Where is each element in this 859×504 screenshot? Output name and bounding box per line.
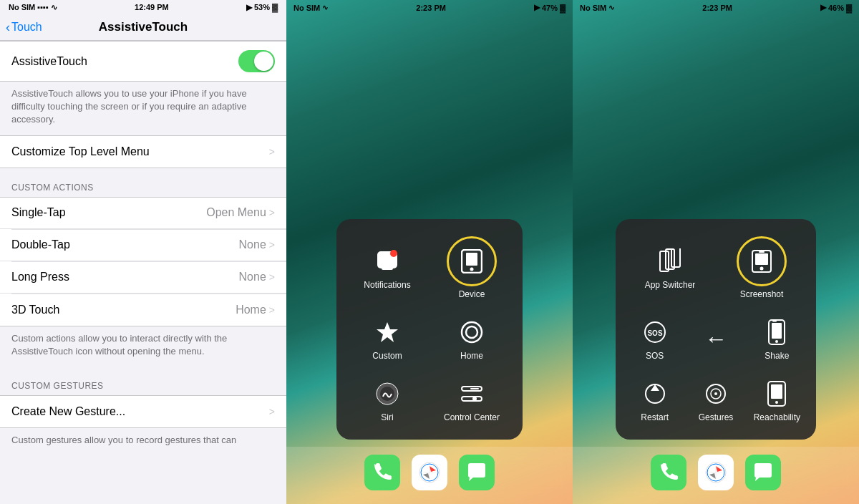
at-item-back[interactable]: ←	[688, 311, 743, 367]
svg-rect-21	[660, 251, 669, 271]
svg-rect-22	[666, 249, 674, 269]
chevron-right-icon: >	[269, 207, 275, 218]
at-item-controlcenter[interactable]: Control Center	[432, 372, 511, 428]
screenshot-highlight	[737, 236, 787, 286]
at-item-custom[interactable]: Custom	[348, 311, 427, 367]
phone1-time: 2:23 PM	[416, 4, 446, 12]
3d-touch-row[interactable]: 3D Touch Home >	[0, 294, 286, 326]
at-item-shake[interactable]: Shake	[749, 311, 805, 367]
controlcenter-icon	[456, 378, 487, 410]
svg-marker-6	[377, 322, 398, 342]
dock-phone-icon[interactable]	[364, 455, 400, 490]
single-tap-value: Open Menu >	[206, 206, 275, 219]
double-tap-row[interactable]: Double-Tap None >	[0, 230, 286, 261]
gestures-label: Gestures	[699, 412, 734, 422]
at-item-restart[interactable]: Restart	[627, 372, 682, 428]
long-press-value: None >	[239, 271, 275, 284]
svg-point-10	[380, 387, 394, 401]
at-item-device[interactable]: Device	[432, 231, 511, 305]
phone2-wifi-icon: ∿	[608, 4, 614, 11]
shake-icon	[761, 316, 792, 348]
create-gesture-label: Create New Gesture...	[11, 405, 125, 418]
at-item-reachability[interactable]: Reachability	[749, 372, 805, 428]
screenshot-icon	[746, 246, 777, 277]
phone1-dock	[286, 447, 573, 504]
svg-point-14	[472, 397, 477, 401]
battery-icon: ▓	[272, 3, 278, 11]
signal-icon: ▪▪▪▪	[37, 3, 49, 11]
double-tap-label: Double-Tap	[11, 238, 70, 251]
dock-messages-icon[interactable]	[459, 455, 495, 490]
back-button[interactable]: ‹ Touch	[6, 20, 42, 35]
phone2-location-icon: ▶	[820, 3, 826, 12]
phone2-time: 2:23 PM	[702, 4, 732, 12]
at-item-appswitcher[interactable]: App Switcher	[627, 231, 713, 305]
at-menu-2: App Switcher Screenshot	[616, 219, 816, 440]
top-level-menu-row[interactable]: Customize Top Level Menu >	[0, 136, 286, 168]
at-item-sos[interactable]: SOS SOS	[627, 311, 682, 367]
3d-touch-label: 3D Touch	[11, 304, 59, 316]
at-item-siri[interactable]: Siri	[348, 372, 427, 428]
restart-label: Restart	[641, 412, 669, 422]
long-press-label: Long Press	[11, 271, 69, 284]
svg-rect-25	[755, 253, 768, 265]
at-item-gestures[interactable]: Gestures	[688, 372, 743, 428]
svg-point-26	[760, 267, 764, 271]
top-level-menu-section: Customize Top Level Menu >	[0, 135, 286, 168]
custom-label: Custom	[372, 351, 402, 361]
phone2-dock-messages-icon[interactable]	[745, 455, 781, 490]
svg-rect-31	[772, 323, 782, 339]
svg-point-2	[390, 250, 397, 257]
appswitcher-label: App Switcher	[645, 280, 696, 290]
settings-content: AssistiveTouch AssistiveTouch allows you…	[0, 41, 286, 504]
svg-point-38	[714, 392, 717, 395]
custom-icon	[372, 316, 403, 348]
dock-safari-icon[interactable]	[412, 455, 447, 490]
svg-point-41	[775, 401, 778, 404]
chevron-right-icon: >	[269, 239, 275, 251]
status-bar: No SIM ▪▪▪▪ ∿ 12:49 PM ▶ 53% ▓	[0, 0, 286, 14]
phone2-dock-phone-icon[interactable]	[651, 455, 686, 490]
wifi-icon: ∿	[51, 3, 57, 12]
custom-gestures-section: Create New Gesture... >	[0, 395, 286, 428]
custom-actions-description: Custom actions allow you to interact dir…	[0, 326, 286, 367]
svg-rect-40	[771, 384, 782, 399]
chevron-right-icon: >	[269, 271, 275, 283]
nav-bar: ‹ Touch AssistiveTouch	[0, 14, 286, 41]
reachability-label: Reachability	[754, 412, 800, 422]
toggle-section: AssistiveTouch	[0, 41, 286, 82]
single-tap-row[interactable]: Single-Tap Open Menu >	[0, 198, 286, 229]
phone2-status-bar: No SIM ∿ 2:23 PM ▶ 46% ▓	[573, 0, 859, 15]
phone1-location-icon: ▶	[534, 3, 540, 12]
3d-touch-value: Home >	[236, 304, 275, 316]
double-tap-value: None >	[239, 238, 275, 251]
phone2-dock	[573, 447, 859, 504]
page-title: AssistiveTouch	[99, 20, 188, 34]
notifications-label: Notifications	[364, 280, 410, 290]
siri-label: Siri	[381, 412, 393, 422]
at-item-screenshot[interactable]: Screenshot	[719, 231, 805, 305]
home-icon	[456, 316, 487, 348]
svg-rect-12	[470, 388, 479, 389]
at-item-home[interactable]: Home	[432, 311, 511, 367]
create-gesture-row[interactable]: Create New Gesture... >	[0, 396, 286, 427]
svg-rect-5	[466, 253, 477, 266]
appswitcher-icon	[654, 246, 686, 277]
svg-point-4	[470, 268, 474, 271]
phone2-dock-safari-icon[interactable]	[698, 455, 734, 490]
create-gesture-chevron: >	[269, 406, 275, 417]
svg-rect-1	[382, 266, 393, 270]
phone1-wifi-icon: ∿	[322, 4, 328, 11]
phone2-battery-icon: ▓	[846, 4, 852, 12]
assistivetouch-toggle[interactable]	[238, 50, 275, 72]
top-level-menu-label: Customize Top Level Menu	[11, 145, 150, 158]
long-press-row[interactable]: Long Press None >	[0, 262, 286, 294]
reachability-icon	[761, 378, 792, 410]
phone1-carrier: No SIM ∿	[293, 4, 328, 12]
at-item-notifications[interactable]: Notifications	[348, 231, 427, 305]
device-icon	[456, 246, 487, 277]
device-highlight	[447, 236, 497, 286]
shake-label: Shake	[765, 351, 789, 361]
phone1-battery-icon: ▓	[560, 4, 566, 12]
svg-point-8	[466, 326, 477, 338]
